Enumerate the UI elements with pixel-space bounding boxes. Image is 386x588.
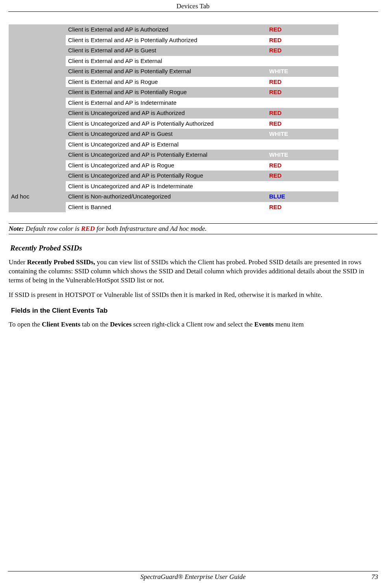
note-block: Note: Default row color is RED for both … [9, 223, 377, 234]
table-row: Client is BannedRED [9, 202, 338, 213]
mode-cell [9, 150, 66, 160]
page-header: Devices Tab [8, 0, 378, 12]
mode-cell: Ad hoc [9, 191, 66, 202]
table-row: Client is Uncategorized and AP is GuestW… [9, 129, 338, 139]
mode-cell [9, 160, 66, 171]
color-tag: WHITE [269, 151, 288, 158]
desc-cell: Client is Uncategorized and AP is Author… [66, 108, 267, 119]
color-tag: RED [269, 78, 282, 85]
color-tag: WHITE [269, 58, 288, 64]
table-row: Client is Uncategorized and AP is RogueR… [9, 160, 338, 171]
desc-cell: Client is Uncategorized and AP is Rogue [66, 160, 267, 171]
p3-d: Devices [110, 321, 132, 328]
p3-g: menu item [273, 321, 303, 328]
tag-cell: BLUE [267, 191, 338, 202]
tag-cell: WHITE [267, 66, 338, 77]
table-row: Client is External and AP is ExternalWHI… [9, 56, 338, 67]
note-text-2: for both Infrastructure and Ad hoc mode. [95, 225, 207, 232]
table-row: Client is Uncategorized and AP is Author… [9, 108, 338, 119]
desc-cell: Client is Uncategorized and AP is Potent… [66, 119, 267, 129]
mode-cell [9, 45, 66, 56]
fields-heading: Fields in the Client Events Tab [11, 307, 378, 315]
mode-cell [9, 181, 66, 192]
table-row: Client is External and AP is RogueRED [9, 77, 338, 87]
tag-cell: WHITE [267, 98, 338, 108]
tag-cell: WHITE [267, 150, 338, 160]
tag-cell: RED [267, 87, 338, 98]
client-events-para: To open the Client Events tab on the Dev… [9, 320, 377, 329]
mode-cell [9, 119, 66, 129]
color-tag: RED [269, 172, 282, 179]
mode-cell [9, 87, 66, 98]
tag-cell: RED [267, 160, 338, 171]
table-row: Client is External and AP is AuthorizedR… [9, 24, 338, 35]
tag-cell: WHITE [267, 56, 338, 67]
tag-cell: RED [267, 202, 338, 213]
color-tag: RED [269, 26, 282, 33]
desc-cell: Client is External and AP is Potentially… [66, 66, 267, 77]
color-tag: BLUE [269, 193, 285, 200]
desc-cell: Client is Uncategorized and AP is Indete… [66, 181, 267, 192]
color-tag: RED [269, 162, 282, 169]
color-tag: WHITE [269, 99, 288, 106]
table-row: Ad hocClient is Non-authorized/Uncategor… [9, 191, 338, 202]
desc-cell: Client is External and AP is Potentially… [66, 35, 267, 46]
color-tag: RED [269, 204, 282, 210]
mode-cell [9, 35, 66, 46]
mode-cell [9, 66, 66, 77]
tag-cell: WHITE [267, 139, 338, 150]
table-row: Client is External and AP is GuestRED [9, 45, 338, 56]
desc-cell: Client is External and AP is External [66, 56, 267, 67]
recently-probed-para-2: If SSID is present in HOTSPOT or Vulnera… [9, 291, 377, 300]
desc-cell: Client is Uncategorized and AP is Guest [66, 129, 267, 139]
tag-cell: RED [267, 171, 338, 181]
color-tag: RED [269, 47, 282, 54]
table-row: Client is External and AP is Potentially… [9, 87, 338, 98]
tag-cell: WHITE [267, 129, 338, 139]
color-tag: RED [269, 109, 282, 116]
tag-cell: WHITE [267, 181, 338, 192]
desc-cell: Client is External and AP is Authorized [66, 24, 267, 35]
table-row: Client is Uncategorized and AP is Extern… [9, 139, 338, 150]
color-tag: WHITE [269, 141, 288, 148]
p3-a: To open the [9, 321, 42, 328]
table-row: Client is External and AP is Indetermina… [9, 98, 338, 108]
para1-prefix: Under [9, 258, 27, 266]
footer-title: SpectraGuard® Enterprise User Guide [31, 573, 355, 581]
tag-cell: RED [267, 35, 338, 46]
tag-cell: RED [267, 45, 338, 56]
mode-cell [9, 77, 66, 87]
table-row: Client is Uncategorized and AP is Potent… [9, 171, 338, 181]
desc-cell: Client is External and AP is Guest [66, 45, 267, 56]
mode-cell [9, 108, 66, 119]
mode-cell [9, 24, 66, 35]
color-tag: WHITE [269, 130, 288, 137]
mode-cell [9, 202, 66, 213]
tag-cell: RED [267, 77, 338, 87]
mode-cell [9, 171, 66, 181]
color-tag: WHITE [269, 183, 288, 189]
recently-probed-para-1: Under Recently Probed SSIDs, you can vie… [9, 258, 377, 285]
page-footer: SpectraGuard® Enterprise User Guide 73 [8, 571, 378, 581]
desc-cell: Client is Uncategorized and AP is Potent… [66, 150, 267, 160]
desc-cell: Client is Uncategorized and AP is Extern… [66, 139, 267, 150]
footer-left [8, 573, 31, 581]
desc-cell: Client is Non-authorized/Uncategorized [66, 191, 267, 202]
mode-cell [9, 139, 66, 150]
table-row: Client is Uncategorized and AP is Indete… [9, 181, 338, 192]
mode-cell [9, 56, 66, 67]
note-red: RED [81, 225, 95, 232]
table-row: Client is Uncategorized and AP is Potent… [9, 150, 338, 160]
desc-cell: Client is Uncategorized and AP is Potent… [66, 171, 267, 181]
color-tag: WHITE [269, 68, 288, 74]
color-tag: RED [269, 120, 282, 127]
desc-cell: Client is External and AP is Indetermina… [66, 98, 267, 108]
desc-cell: Client is External and AP is Potentially… [66, 87, 267, 98]
recently-probed-heading: Recently Probed SSIDs [10, 244, 378, 252]
color-table: Client is External and AP is AuthorizedR… [9, 24, 338, 212]
header-title: Devices Tab [177, 2, 210, 10]
p3-c: tab on the [80, 321, 110, 328]
color-tag: RED [269, 89, 282, 95]
desc-cell: Client is Banned [66, 202, 267, 213]
color-tag: RED [269, 37, 282, 43]
